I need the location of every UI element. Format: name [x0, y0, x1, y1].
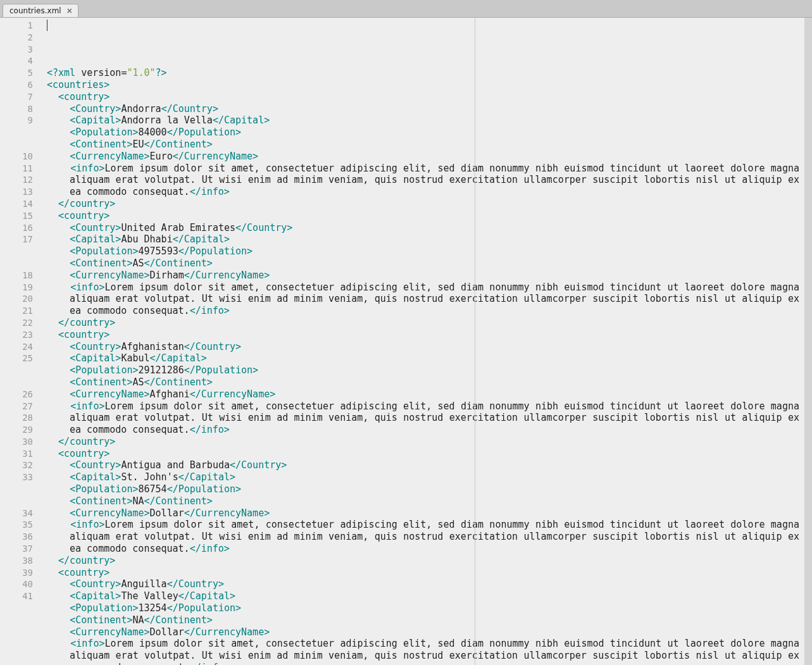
code-line[interactable]: <Continent>EU</Continent> — [47, 139, 804, 151]
tab-title: countries.xml — [9, 6, 61, 15]
code-line[interactable]: <Capital>Kabul</Capital> — [47, 352, 804, 364]
code-line[interactable]: <Country>United Arab Emirates</Country> — [47, 222, 804, 234]
code-line[interactable]: <Capital>Andorra la Vella</Capital> — [47, 115, 804, 127]
code-line[interactable]: <Capital>Abu Dhabi</Capital> — [47, 233, 804, 245]
code-line[interactable]: <country> — [47, 448, 804, 460]
code-line[interactable]: <country> — [47, 210, 804, 222]
tab-bar: countries.xml × — [0, 0, 812, 18]
code-line[interactable]: <country> — [47, 329, 804, 341]
code-line[interactable]: <Capital>St. John's</Capital> — [47, 471, 804, 483]
code-line[interactable]: <info>Lorem ipsum dolor sit amet, consec… — [47, 163, 804, 198]
code-line[interactable]: <Population>13254</Population> — [47, 602, 804, 614]
vertical-scrollbar[interactable] — [804, 18, 812, 665]
code-line[interactable]: <Continent>NA</Continent> — [47, 495, 804, 507]
editor[interactable]: 123456789 1011121314151617 1819202122232… — [0, 18, 812, 665]
code-line[interactable]: <country> — [47, 91, 804, 103]
fold-column — [39, 18, 47, 665]
code-line[interactable]: </country> — [47, 317, 804, 329]
code-line[interactable]: <Country>Antigua and Barbuda</Country> — [47, 459, 804, 471]
code-line[interactable]: <Continent>NA</Continent> — [47, 614, 804, 626]
code-line[interactable]: <info>Lorem ipsum dolor sit amet, consec… — [47, 401, 804, 436]
code-line[interactable]: </country> — [47, 198, 804, 210]
code-line[interactable]: <Population>4975593</Population> — [47, 245, 804, 258]
code-line[interactable]: <CurrencyName>Euro</CurrencyName> — [47, 151, 804, 163]
code-line[interactable]: <Continent>AS</Continent> — [47, 376, 804, 388]
code-line[interactable]: <info>Lorem ipsum dolor sit amet, consec… — [47, 638, 804, 665]
code-line[interactable]: <info>Lorem ipsum dolor sit amet, consec… — [47, 519, 804, 554]
tab-countries-xml[interactable]: countries.xml × — [3, 4, 78, 17]
code-area[interactable]: <?xml version="1.0"?><countries> <countr… — [47, 18, 804, 665]
code-line[interactable]: <CurrencyName>Dollar</CurrencyName> — [47, 626, 804, 638]
text-cursor — [47, 20, 47, 31]
code-line[interactable]: <CurrencyName>Dirham</CurrencyName> — [47, 270, 804, 282]
line-number-gutter: 123456789 1011121314151617 1819202122232… — [0, 18, 39, 665]
code-line[interactable]: </country> — [47, 555, 804, 567]
code-line[interactable]: <countries> — [47, 79, 804, 91]
print-margin-rule — [475, 18, 475, 665]
code-line[interactable]: <Population>29121286</Population> — [47, 364, 804, 376]
code-line[interactable]: </country> — [47, 436, 804, 448]
code-line[interactable]: <info>Lorem ipsum dolor sit amet, consec… — [47, 282, 804, 317]
code-line[interactable]: <Country>Andorra</Country> — [47, 103, 804, 115]
code-line[interactable]: <Continent>AS</Continent> — [47, 258, 804, 270]
code-line[interactable]: <Capital>The Valley</Capital> — [47, 590, 804, 602]
code-line[interactable]: <country> — [47, 567, 804, 579]
code-line[interactable]: <Population>84000</Population> — [47, 127, 804, 139]
code-line[interactable]: <CurrencyName>Dollar</CurrencyName> — [47, 507, 804, 519]
close-icon[interactable]: × — [65, 6, 74, 15]
code-line[interactable]: <?xml version="1.0"?> — [47, 67, 804, 79]
code-line[interactable]: <Country>Afghanistan</Country> — [47, 341, 804, 353]
code-line[interactable]: <Population>86754</Population> — [47, 483, 804, 495]
code-line[interactable]: <Country>Anguilla</Country> — [47, 578, 804, 590]
code-line[interactable]: <CurrencyName>Afghani</CurrencyName> — [47, 388, 804, 401]
